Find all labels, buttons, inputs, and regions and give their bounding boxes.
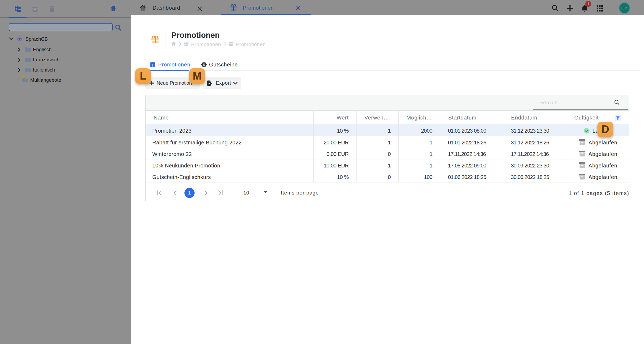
svg-text:$: $ bbox=[203, 63, 205, 66]
